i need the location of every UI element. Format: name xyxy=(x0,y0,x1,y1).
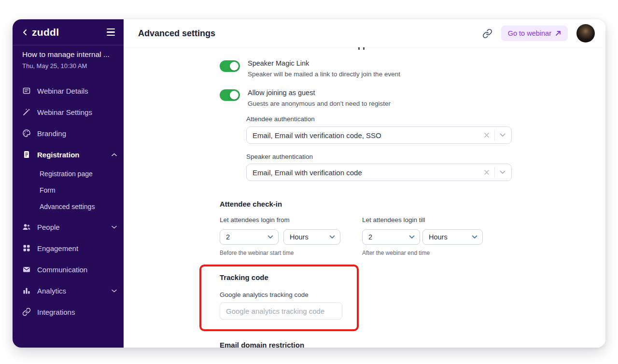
toggle-description: Speaker will be mailed a link to directl… xyxy=(248,70,400,78)
sidebar-logo-row: zuddl xyxy=(13,19,124,45)
sidebar-item-label: Integrations xyxy=(37,308,75,316)
login-from-unit-select[interactable]: Hours xyxy=(283,229,340,245)
toggle-description: Guests are anonymous and don't need to r… xyxy=(248,100,391,107)
divider xyxy=(494,130,495,140)
chevron-down-icon xyxy=(267,235,273,239)
allow-guest-toggle[interactable] xyxy=(220,89,240,101)
clear-icon[interactable] xyxy=(484,169,490,175)
login-till-label: Let attendees login till xyxy=(362,216,425,224)
sidebar-item-branding[interactable]: Branding xyxy=(22,127,117,139)
sidebar-item-label: Communication xyxy=(37,266,87,274)
user-avatar[interactable] xyxy=(576,24,595,42)
event-summary: How to manage internal ... Thu, May 25, … xyxy=(22,50,119,70)
toggle-label: Speaker Magic Link xyxy=(248,59,309,67)
sidebar-subitem-form[interactable]: Form xyxy=(40,184,117,196)
login-from-helper: Before the webinar start time xyxy=(220,250,294,256)
link-icon xyxy=(22,308,31,316)
mail-icon xyxy=(22,265,31,274)
sidebar-item-label: Branding xyxy=(37,129,66,138)
speaker-auth-value: Email, Email with verification code xyxy=(253,168,362,177)
go-to-webinar-button[interactable]: Go to webinar xyxy=(501,26,568,41)
sidebar-item-label: Webinar Details xyxy=(37,87,88,95)
login-till-helper: After the webinar end time xyxy=(362,250,430,256)
sidebar-item-label: Engagement xyxy=(37,244,78,252)
chevron-down-icon[interactable] xyxy=(500,170,506,174)
hamburger-menu-icon[interactable] xyxy=(107,28,115,36)
sidebar-item-webinar-settings[interactable]: Webinar Settings xyxy=(22,106,117,118)
speaker-magic-link-toggle[interactable] xyxy=(220,60,240,72)
sidebar-subitem-advanced-settings[interactable]: Advanced settings xyxy=(40,201,117,212)
sidebar-item-integrations[interactable]: Integrations xyxy=(22,306,117,318)
select-value: Hours xyxy=(290,233,329,241)
sidebar-item-label: Registration page xyxy=(40,170,93,178)
ga-tracking-code-input[interactable] xyxy=(220,302,342,320)
tracking-code-heading: Tracking code xyxy=(220,273,268,281)
document-icon xyxy=(22,86,31,95)
clipped-text-remnant xyxy=(358,47,365,50)
page: zuddl How to manage internal ... Thu, Ma… xyxy=(0,0,618,364)
file-icon xyxy=(22,150,31,159)
select-value: 2 xyxy=(368,233,409,241)
chevron-up-icon xyxy=(112,153,117,156)
attendee-authentication-select[interactable]: Email, Email with verification code, SSO xyxy=(246,126,512,144)
ga-tracking-label: Google analytics tracking code xyxy=(220,291,309,298)
attendee-auth-label: Attendee authentication xyxy=(246,115,315,123)
select-value: Hours xyxy=(429,233,472,241)
sidebar-subitem-registration-page[interactable]: Registration page xyxy=(40,168,117,180)
login-from-value-select[interactable]: 2 xyxy=(220,229,279,245)
sidebar-item-label: Form xyxy=(40,186,56,194)
main-panel: Advanced settings Go to webinar Speake xyxy=(124,19,605,348)
login-till-unit-select[interactable]: Hours xyxy=(422,229,483,245)
go-to-webinar-label: Go to webinar xyxy=(508,29,551,37)
external-link-arrow-icon xyxy=(555,30,561,36)
back-chevron-icon[interactable] xyxy=(22,29,28,36)
sidebar-item-communication[interactable]: Communication xyxy=(22,264,117,275)
page-title: Advanced settings xyxy=(138,28,215,39)
bar-chart-icon xyxy=(22,286,31,295)
speaker-auth-label: Speaker authentication xyxy=(246,153,313,160)
magic-wand-icon xyxy=(22,108,31,116)
attendee-auth-value: Email, Email with verification code, SSO xyxy=(253,131,381,140)
login-from-label: Let attendees login from xyxy=(220,216,290,224)
chevron-down-icon xyxy=(329,235,335,239)
sidebar-item-label: People xyxy=(37,223,60,231)
chevron-down-icon xyxy=(409,235,415,239)
sidebar-item-analytics[interactable]: Analytics xyxy=(22,285,117,296)
email-domain-restriction-heading: Email domain restriction xyxy=(220,341,304,348)
copy-link-icon[interactable] xyxy=(482,28,492,39)
event-datetime: Thu, May 25, 10:30 AM xyxy=(22,62,119,70)
app-window: zuddl How to manage internal ... Thu, Ma… xyxy=(13,19,605,348)
chevron-down-icon xyxy=(112,225,117,229)
sidebar-item-label: Advanced settings xyxy=(40,203,95,210)
settings-scroll-area[interactable]: Speaker Magic Link Speaker will be maile… xyxy=(124,47,605,348)
sidebar-item-engagement[interactable]: Engagement xyxy=(22,242,117,254)
chevron-down-icon[interactable] xyxy=(500,133,506,137)
speaker-authentication-select[interactable]: Email, Email with verification code xyxy=(246,164,512,181)
sidebar-item-label: Registration xyxy=(37,151,80,159)
event-title: How to manage internal ... xyxy=(22,50,119,59)
select-value: 2 xyxy=(226,233,267,241)
divider xyxy=(494,167,495,178)
checkin-heading: Attendee check-in xyxy=(220,200,282,208)
chevron-down-icon xyxy=(472,235,478,239)
palette-icon xyxy=(22,129,31,138)
zuddl-logo: zuddl xyxy=(32,27,59,38)
people-icon xyxy=(22,223,31,231)
sidebar-item-webinar-details[interactable]: Webinar Details xyxy=(22,85,117,97)
sidebar: zuddl How to manage internal ... Thu, Ma… xyxy=(13,19,124,348)
login-till-value-select[interactable]: 2 xyxy=(362,229,420,245)
page-header: Advanced settings Go to webinar xyxy=(124,19,605,47)
sidebar-item-label: Analytics xyxy=(37,287,66,295)
sidebar-item-registration[interactable]: Registration xyxy=(22,149,117,160)
toggle-label: Allow joining as guest xyxy=(248,89,315,97)
clear-icon[interactable] xyxy=(484,132,490,138)
sidebar-item-people[interactable]: People xyxy=(22,221,117,233)
sidebar-item-label: Webinar Settings xyxy=(37,108,92,116)
grid-icon xyxy=(22,244,31,252)
chevron-down-icon xyxy=(112,289,117,293)
